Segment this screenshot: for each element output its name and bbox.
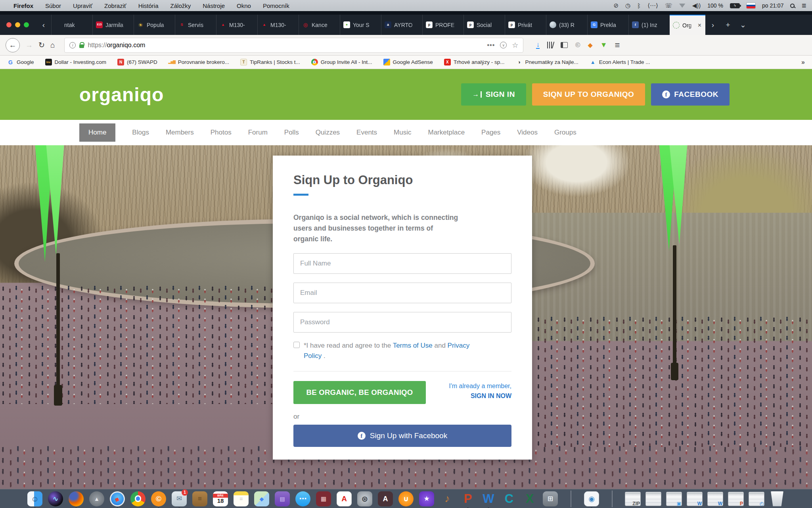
pocket-icon[interactable]: ∨ [500, 42, 507, 48]
metamask-fox-icon[interactable]: ◆ [588, 41, 592, 49]
menu-item[interactable]: Záložky [170, 2, 191, 9]
contacts[interactable]: ≡ [192, 491, 208, 507]
forward-button[interactable]: → [25, 41, 33, 50]
sign-in-now-link[interactable]: SIGN IN NOW [449, 393, 511, 400]
site-nav-item[interactable]: Polls [284, 129, 299, 137]
menu-item[interactable]: Upraviť [73, 2, 92, 9]
time-machine-icon[interactable]: ◷ [625, 2, 630, 9]
copyright-extension-icon[interactable]: © [575, 41, 580, 49]
tab-close-icon[interactable]: × [697, 22, 702, 29]
sysprefs[interactable]: ⊛ [357, 491, 373, 507]
siri[interactable]: ∿ [48, 491, 63, 507]
remotedesktop[interactable]: ⊞ [542, 491, 558, 507]
library-icon[interactable] [547, 42, 553, 48]
back-button[interactable]: ← [6, 38, 20, 52]
site-nav-item[interactable]: Photos [211, 129, 232, 137]
site-nav-item[interactable]: Marketplace [428, 129, 465, 137]
browser-tab[interactable]: Org × [670, 15, 705, 35]
page-actions-icon[interactable]: ••• [487, 42, 495, 49]
firefox[interactable] [68, 491, 84, 507]
site-nav-item[interactable]: Videos [517, 129, 538, 137]
bookmark-item[interactable]: ▲ Econ Alerts | Trade ... [590, 59, 650, 65]
bookmark-item[interactable]: ◑ Pneumatiky za Najle... [515, 59, 578, 65]
safari[interactable]: ◆ [109, 491, 125, 507]
email-input[interactable] [293, 283, 511, 303]
powerpoint-window[interactable]: P [728, 491, 744, 507]
browser-tab[interactable]: p PROFE [422, 15, 463, 35]
safari-window[interactable]: ◴ [749, 491, 764, 507]
word-window[interactable]: W [707, 491, 723, 507]
browser-tab[interactable]: p Social [463, 15, 505, 35]
zip-window[interactable]: ZIP [625, 491, 641, 507]
menu-item[interactable]: Súbor [45, 2, 61, 9]
notebooks[interactable]: ▤ [274, 491, 290, 507]
reader[interactable]: A [377, 491, 393, 507]
calendar[interactable]: 18 [213, 491, 228, 507]
maps[interactable]: ◆ [254, 491, 270, 507]
bookmark-item[interactable]: X Trhové analýzy - sp... [444, 59, 505, 65]
menu-item[interactable]: Firefox [13, 2, 33, 9]
mail[interactable]: ✉ 1 [171, 491, 187, 507]
cryptocompare[interactable]: © [151, 491, 167, 507]
browser-tab[interactable]: ● Your S [340, 15, 381, 35]
phone-icon[interactable]: ☏ [665, 2, 672, 9]
browser-tab[interactable]: G Prekla [587, 15, 628, 35]
site-nav-item[interactable]: Home [79, 123, 115, 142]
browser-tab[interactable]: a AYRTO [381, 15, 422, 35]
bookmark-item[interactable]: Group Invite All - Int... [311, 59, 372, 65]
document-window[interactable] [645, 491, 661, 507]
sidebar-toggle-icon[interactable] [561, 42, 568, 48]
menu-item[interactable]: Nástroje [203, 2, 225, 9]
site-nav-item[interactable]: Events [356, 129, 377, 137]
powerpoint[interactable]: P [460, 491, 476, 507]
photobooth[interactable]: ▦ [316, 491, 331, 507]
browser-tab[interactable]: f (1) Inz [628, 15, 670, 35]
new-tab-button[interactable]: + [720, 15, 735, 35]
volume-icon[interactable]: ◀)) [692, 2, 701, 9]
site-nav-item[interactable]: Pages [481, 129, 500, 137]
zoom-window-button[interactable] [24, 22, 29, 27]
downloads-icon[interactable]: ↓ [536, 41, 540, 49]
bookmark-item[interactable]: ▂▅▇ Porovnanie brokero... [169, 59, 229, 65]
close-window-button[interactable] [6, 22, 11, 27]
site-nav-item[interactable]: Blogs [132, 129, 149, 137]
signup-with-facebook-button[interactable]: f Sign Up with Facebook [293, 425, 511, 447]
browser-tab[interactable]: ▲ M130- [216, 15, 257, 35]
site-logo[interactable]: organiqo [79, 84, 164, 106]
browser-tab[interactable]: ◎ Kance [299, 15, 340, 35]
browser-tab[interactable]: ▲ M130- [257, 15, 299, 35]
password-input[interactable] [293, 312, 511, 333]
reload-button[interactable]: ↻ [38, 40, 45, 50]
site-nav-item[interactable]: Members [166, 129, 194, 137]
finder-window[interactable]: ▣ [666, 491, 682, 507]
site-nav-item[interactable]: Music [394, 129, 411, 137]
bookmark-item[interactable]: Google AdSense [383, 59, 433, 65]
menubar-clock[interactable]: po 21:07 [762, 2, 784, 9]
video-downloader-icon[interactable]: ▼ [600, 41, 607, 49]
facebook-header-button[interactable]: f FACEBOOK [651, 83, 730, 106]
menu-hamburger-icon[interactable]: ≡ [615, 40, 620, 50]
browser-tab[interactable]: ☀ Popula [134, 15, 175, 35]
browser-tab[interactable]: (33) R [546, 15, 587, 35]
menu-item[interactable]: Pomocník [263, 2, 289, 9]
menu-item[interactable]: História [138, 2, 159, 9]
menu-item[interactable]: Zobraziť [104, 2, 126, 9]
battery-icon[interactable]: ϟ [730, 3, 740, 8]
messages[interactable]: ⋯ [295, 491, 311, 507]
browser-tab[interactable]: S Servis [175, 15, 216, 35]
menu-item[interactable]: Okno [237, 2, 251, 9]
camtasia[interactable]: C [501, 491, 517, 507]
bookmark-item[interactable]: T TipRanks | Stocks t... [240, 59, 300, 65]
url-bar[interactable]: i https://organiqo.com ••• ∨ ☆ [64, 38, 523, 53]
terms-of-use-link[interactable]: Terms of Use [393, 342, 433, 349]
preview[interactable]: ◉ [584, 491, 599, 507]
code-brackets-icon[interactable]: ⟨⋯⟩ [647, 2, 658, 9]
scroll-tabs-right-button[interactable]: › [705, 15, 720, 35]
sign-up-button[interactable]: SIQN UP TO ORGANIQO [532, 83, 645, 106]
launchpad[interactable]: ▲ [89, 491, 105, 507]
imovie[interactable]: ★ [419, 491, 435, 507]
agree-checkbox[interactable] [293, 342, 300, 348]
ibooks[interactable]: ∪ [398, 491, 414, 507]
word-window[interactable]: W [687, 491, 703, 507]
wifi-icon[interactable] [679, 4, 686, 8]
